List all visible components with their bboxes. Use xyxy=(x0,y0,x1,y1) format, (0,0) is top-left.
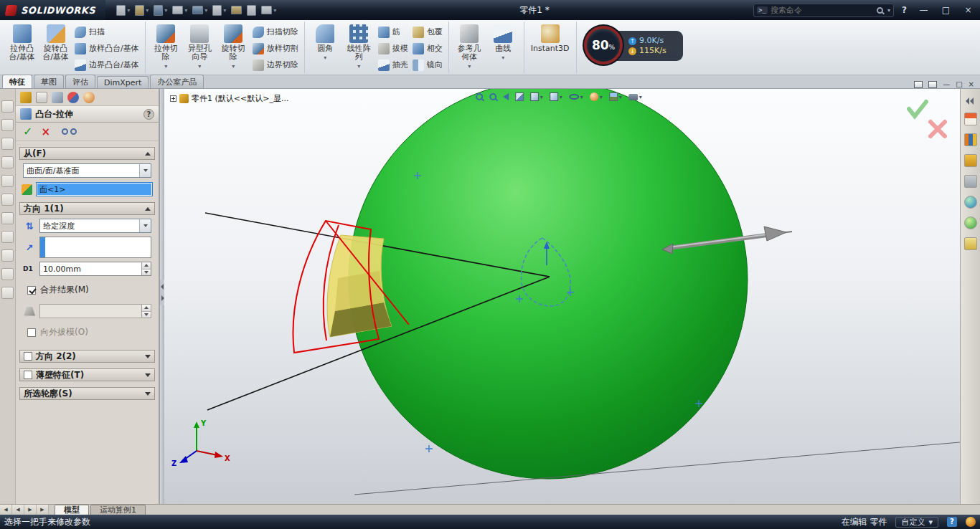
revolved-cut-button[interactable]: 旋转切除 ▾ xyxy=(217,22,250,72)
from-selection-box[interactable]: 面<1> xyxy=(36,182,153,196)
extruded-boss-button[interactable]: 拉伸凸台/基体 xyxy=(5,22,39,72)
pane-left-icon[interactable] xyxy=(914,81,923,88)
reverse-direction-icon[interactable]: ⇅ xyxy=(23,221,36,232)
shell-button[interactable]: 抽壳 xyxy=(376,57,410,73)
selected-face-item[interactable]: 面<1> xyxy=(37,184,151,195)
swept-cut-button[interactable]: 扫描切除 xyxy=(250,24,301,40)
direction2-section-header[interactable]: 方向 2(2) xyxy=(19,350,155,363)
new-document-button[interactable]: ▾ xyxy=(114,2,132,18)
undo-button[interactable]: ▾ xyxy=(190,2,209,18)
chevron-down-icon[interactable]: ▾ xyxy=(127,7,130,14)
draft-angle-icon[interactable] xyxy=(24,307,35,316)
motion-study-tab[interactable]: 运动算例1 xyxy=(90,505,146,515)
design-library-icon[interactable] xyxy=(964,133,977,146)
property-manager-tab-icon[interactable] xyxy=(36,92,47,103)
depth-spinner[interactable] xyxy=(141,262,151,275)
boundary-boss-button[interactable]: 边界凸台/基体 xyxy=(72,57,141,73)
file-explorer-icon[interactable] xyxy=(964,154,977,167)
save-button[interactable]: ▾ xyxy=(151,2,169,18)
thin-feature-section-header[interactable]: 薄壁特征(T) xyxy=(19,368,155,381)
options-button[interactable]: ▾ xyxy=(259,2,278,18)
chevron-down-icon[interactable]: ▾ xyxy=(223,7,226,14)
left-toolbar-icon[interactable] xyxy=(1,249,14,262)
previous-view-button[interactable] xyxy=(501,90,511,104)
instant3d-button[interactable]: Instant3D xyxy=(528,22,573,72)
status-help-button[interactable]: ? xyxy=(947,517,957,527)
hole-wizard-button[interactable]: 异型孔向导 ▾ xyxy=(183,22,217,72)
left-toolbar-icon[interactable] xyxy=(1,175,14,187)
collapse-chevron-icon[interactable] xyxy=(145,207,151,211)
customize-menu[interactable]: 自定义 ▾ xyxy=(895,517,938,528)
edit-appearance-button[interactable]: ▾ xyxy=(588,90,605,104)
close-button[interactable]: × xyxy=(959,1,977,19)
fillet-button[interactable]: 圆角 ▾ xyxy=(308,22,342,72)
extruded-cut-button[interactable]: 拉伸切除 ▾ xyxy=(149,22,183,72)
tab-scroll-last-button[interactable]: ▶ xyxy=(37,505,49,515)
intersect-button[interactable]: 相交 xyxy=(410,40,445,57)
curves-button[interactable]: 曲线 ▾ xyxy=(486,22,520,72)
rib-button[interactable]: 筋 xyxy=(376,24,410,40)
confirm-cancel-button[interactable] xyxy=(930,122,945,136)
section-view-button[interactable] xyxy=(513,90,526,104)
chevron-down-icon[interactable]: ▾ xyxy=(164,7,167,14)
direction-reference-box[interactable] xyxy=(39,237,151,258)
reference-geometry-button[interactable]: 参考几何体 ▾ xyxy=(453,22,486,72)
tree-root-label[interactable]: 零件1 (默认<<默认>_显... xyxy=(192,93,288,104)
file-properties-button[interactable] xyxy=(245,2,258,18)
custom-properties-icon[interactable] xyxy=(964,216,977,229)
expand-chevron-icon[interactable] xyxy=(145,373,151,377)
task-pane-expand-icon[interactable] xyxy=(966,97,976,105)
chevron-down-icon[interactable]: ▾ xyxy=(357,62,360,71)
display-manager-tab-icon[interactable] xyxy=(83,92,95,103)
search-icon[interactable] xyxy=(877,7,883,14)
left-toolbar-icon[interactable] xyxy=(1,156,14,168)
chevron-down-icon[interactable]: ▾ xyxy=(324,54,326,62)
apply-scene-button[interactable]: ▾ xyxy=(607,90,624,104)
view-orientation-button[interactable]: ▾ xyxy=(528,90,545,104)
chevron-down-icon[interactable]: ▾ xyxy=(501,54,504,62)
chevron-down-icon[interactable]: ▾ xyxy=(887,7,890,14)
zoom-fit-button[interactable] xyxy=(473,90,485,104)
rebuild-button[interactable] xyxy=(229,2,244,18)
spin-down-icon[interactable] xyxy=(144,313,149,316)
minimize-button[interactable]: — xyxy=(915,1,933,19)
tab-features[interactable]: 特征 xyxy=(2,75,32,88)
model-view[interactable]: Y X Z xyxy=(164,89,960,504)
dimxpert-manager-tab-icon[interactable] xyxy=(67,92,79,103)
network-speed-overlay[interactable]: ↑9.0K/s ↓115K/s 80 % xyxy=(584,26,623,65)
panel-splitter[interactable] xyxy=(159,89,164,504)
from-section-header[interactable]: 从(F) xyxy=(19,147,155,160)
print-button[interactable]: ▾ xyxy=(170,2,189,18)
tab-office-products[interactable]: 办公室产品 xyxy=(150,75,204,88)
display-style-button[interactable]: ▾ xyxy=(547,90,565,104)
tree-expand-icon[interactable] xyxy=(170,95,176,102)
tab-evaluate[interactable]: 评估 xyxy=(65,75,95,88)
pm-cancel-button[interactable]: × xyxy=(41,125,50,138)
selected-contours-section-header[interactable]: 所选轮廓(S) xyxy=(19,387,155,400)
confirm-ok-button[interactable] xyxy=(909,102,926,116)
tab-dimxpert[interactable]: DimXpert xyxy=(97,76,149,88)
draft-button[interactable]: 拔模 xyxy=(376,40,410,57)
mirror-button[interactable]: 镜向 xyxy=(410,57,445,73)
chevron-down-icon[interactable]: ▾ xyxy=(232,62,235,71)
sphere-body[interactable] xyxy=(349,89,748,479)
chevron-down-icon[interactable]: ▾ xyxy=(198,62,201,71)
view-settings-button[interactable]: ▾ xyxy=(626,90,644,104)
pm-help-button[interactable]: ? xyxy=(143,109,154,120)
expand-chevron-icon[interactable] xyxy=(145,392,151,396)
search-input[interactable] xyxy=(771,6,874,15)
model-tab[interactable]: 模型 xyxy=(55,505,89,515)
chevron-down-icon[interactable]: ▾ xyxy=(204,7,207,14)
left-toolbar-icon[interactable] xyxy=(1,268,14,280)
dropdown-button[interactable] xyxy=(139,219,151,232)
chevron-down-icon[interactable]: ▾ xyxy=(146,7,149,14)
spin-down-icon[interactable] xyxy=(144,271,149,274)
left-toolbar-icon[interactable] xyxy=(1,231,14,243)
merge-result-checkbox[interactable] xyxy=(27,286,36,295)
chevron-down-icon[interactable]: ▾ xyxy=(468,62,471,71)
help-button[interactable]: ? xyxy=(898,5,910,15)
collapse-chevron-icon[interactable] xyxy=(145,152,151,156)
feature-tree-flyout[interactable]: 零件1 (默认<<默认>_显... xyxy=(170,93,288,104)
left-toolbar-icon[interactable] xyxy=(1,138,14,150)
left-toolbar-icon[interactable] xyxy=(1,194,14,206)
